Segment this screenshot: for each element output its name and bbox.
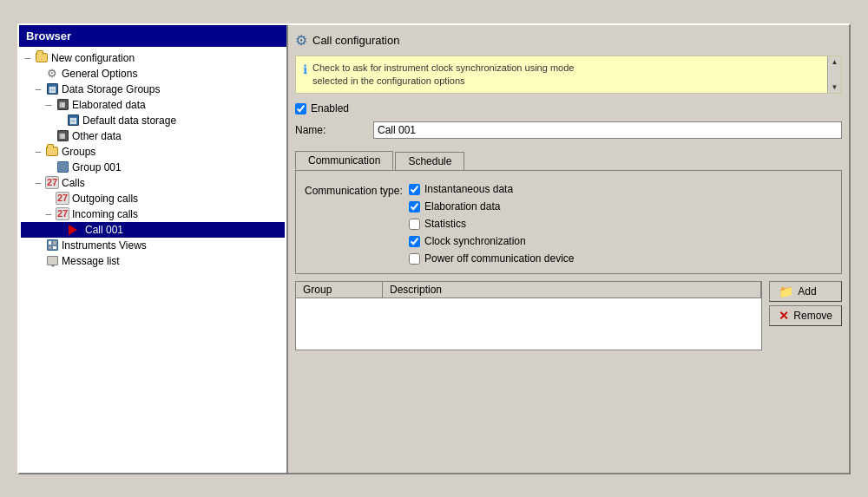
tree-item-groups[interactable]: ─ Groups [21,144,285,160]
config-title-text: Call configuration [312,34,399,47]
tree-item-group-001[interactable]: ─ Group 001 [21,160,285,175]
label-elaborated: Elaborated data [72,99,146,111]
cb-clock-sync[interactable] [409,236,420,247]
group-table: Group Description [295,281,762,350]
tab-section: Communication Schedule Communication typ… [295,151,842,281]
name-input[interactable] [373,121,842,139]
th-group: Group [296,282,383,298]
incoming-icon: 27 [56,207,69,221]
enabled-label[interactable]: Enabled [311,102,349,114]
add-label: Add [798,285,816,298]
label-statistics[interactable]: Statistics [424,218,466,230]
expand-incoming[interactable]: ─ [43,209,54,219]
tab-communication[interactable]: Communication [295,151,393,170]
cb-elaboration[interactable] [409,201,420,213]
cb-instantaneous[interactable] [409,184,420,195]
label-incoming: Incoming calls [72,208,138,220]
name-row: Name: [295,121,842,139]
label-calls: Calls [62,177,85,189]
expand-new-config[interactable]: ─ [23,53,33,63]
remove-button[interactable]: ✕ Remove [769,305,842,326]
label-other-data: Other data [72,130,122,142]
label-power-off[interactable]: Power off communication device [424,252,575,265]
comm-type-label: Communication type: [305,183,409,197]
tree-item-new-config[interactable]: ─ New configuration [21,50,285,66]
message-icon [45,254,59,268]
tree-item-message-list[interactable]: ─ Message list [21,253,285,269]
expand-data-storage[interactable]: ─ [33,84,43,95]
label-instruments: Instruments Views [62,239,147,252]
label-instantaneous[interactable]: Instantaneous data [424,183,513,195]
cb-row-instantaneous: Instantaneous data [409,183,575,195]
cb-power-off[interactable] [409,253,420,265]
cb-row-elaboration: Elaboration data [409,200,575,213]
gear-icon: ⚙ [45,67,59,81]
label-call-001: Call 001 [85,224,123,236]
default-storage-icon: ▤ [66,114,80,128]
cb-row-clock-sync: Clock synchronization [409,235,575,247]
tab-content-communication: Communication type: Instantaneous data E… [295,170,842,274]
th-description: Description [383,282,761,298]
remove-icon: ✕ [779,309,789,323]
tree-item-general-options[interactable]: ─ ⚙ General Options [21,66,285,82]
label-group-001: Group 001 [72,161,122,173]
bottom-section: Group Description 📁 Add ✕ Remove [295,281,842,350]
browser-header: Browser [19,25,286,47]
expand-groups[interactable]: ─ [33,147,43,157]
browser-tree: ─ New configuration ─ ⚙ General Options … [19,47,286,473]
enabled-checkbox[interactable] [295,103,306,114]
group-001-icon [56,160,69,174]
tree-item-outgoing[interactable]: ─ 27 Outgoing calls [21,191,285,206]
label-general-options: General Options [62,68,137,80]
scroll-down[interactable]: ▼ [832,83,838,91]
browser-panel: Browser ─ New configuration ─ ⚙ General … [19,25,288,473]
info-scrollbar[interactable]: ▲ ▼ [827,56,841,94]
config-title-icon: ⚙ [295,32,307,49]
call-001-play-icon [66,223,80,237]
elaborated-icon: ▦ [56,98,69,112]
tree-item-other-data[interactable]: ─ ▦ Other data [21,128,285,144]
tabs-bar: Communication Schedule [295,151,842,170]
add-button[interactable]: 📁 Add [769,281,842,302]
label-groups: Groups [62,146,95,158]
table-body [296,298,761,342]
info-icon: ℹ [303,62,307,76]
enabled-row: Enabled [295,102,842,114]
tree-item-default-storage[interactable]: ─ ▤ Default data storage [21,113,285,128]
comm-type-row: Communication type: Instantaneous data E… [305,183,832,265]
other-data-icon: ▦ [56,129,69,143]
cb-statistics[interactable] [409,219,420,230]
tree-item-data-storage[interactable]: ─ ▤ Data Storage Groups [21,82,285,97]
config-title-bar: ⚙ Call configuration [295,32,842,49]
label-elaboration[interactable]: Elaboration data [424,200,500,213]
groups-folder-icon [45,145,59,159]
config-panel: ⚙ Call configuration ℹ Check to ask for … [288,25,849,473]
label-new-config: New configuration [51,52,135,64]
expand-calls[interactable]: ─ [33,178,43,188]
tree-item-calls[interactable]: ─ 27 Calls [21,175,285,191]
info-box: ℹ Check to ask for instrument clock sync… [295,56,842,95]
label-message-list: Message list [62,255,120,267]
add-icon: 📁 [779,284,793,298]
remove-label: Remove [793,310,832,322]
label-outgoing: Outgoing calls [72,193,138,205]
info-line2: selected in the configuration options [312,75,465,86]
folder-icon [35,51,49,65]
label-clock-sync[interactable]: Clock synchronization [424,235,526,247]
instruments-icon [45,239,59,252]
info-line1: Check to ask for instrument clock synchr… [312,62,574,73]
calls-icon: 27 [45,176,59,190]
cb-row-power-off: Power off communication device [409,252,575,265]
db-icon: ▤ [45,82,59,96]
tree-item-instruments[interactable]: ─ Instruments Views [21,238,285,253]
tree-item-elaborated[interactable]: ─ ▦ Elaborated data [21,97,285,113]
scroll-up[interactable]: ▲ [832,58,838,66]
expand-elaborated[interactable]: ─ [43,100,54,110]
table-header: Group Description [296,282,761,298]
tree-item-call-001[interactable]: ─ Call 001 [21,222,285,238]
browser-title: Browser [26,29,71,43]
tree-item-incoming[interactable]: ─ 27 Incoming calls [21,206,285,222]
label-data-storage: Data Storage Groups [62,83,160,95]
info-text: Check to ask for instrument clock synchr… [312,62,589,88]
tab-schedule[interactable]: Schedule [395,152,464,170]
